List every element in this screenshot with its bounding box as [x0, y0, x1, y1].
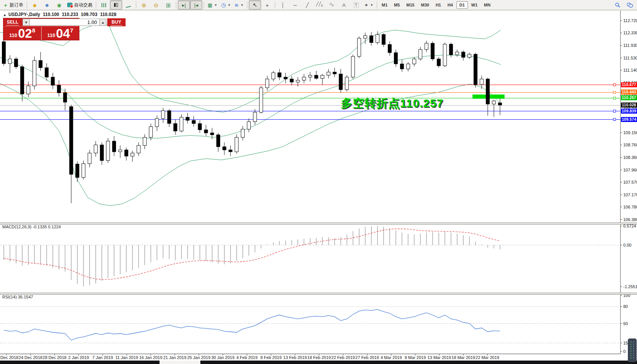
chart-ohlc-title: ▲USDJPY-,Daily110.100110.233109.703110.0…: [3, 12, 116, 17]
x-axis-date: 13 Feb 2019: [283, 355, 307, 360]
volume-input[interactable]: [30, 19, 99, 26]
candle: [112, 136, 116, 156]
fibonacci-icon: ≡F: [330, 2, 334, 8]
mt4-terminal-window: ＋ 新订单 ◆ ☻ ◉ 自动交易 ⊕ ⊖: [0, 0, 637, 364]
toolbar-separator: [27, 2, 27, 9]
timeframe-m5[interactable]: M5: [391, 1, 403, 9]
macd-panel-splitter[interactable]: [0, 223, 637, 224]
cursor-button[interactable]: ↖: [249, 0, 261, 10]
line-end-marker[interactable]: [613, 119, 616, 121]
buy-button[interactable]: BUY: [107, 18, 126, 26]
candle: [229, 146, 232, 156]
rsi-axis-tick: 0: [623, 349, 626, 354]
x-axis-date: 22 Feb 2019: [331, 355, 355, 360]
equidistant-channel-button[interactable]: ╱╱E: [313, 0, 326, 10]
arrows-icon: ✦: [364, 3, 368, 8]
y-axis-tick: 111.140: [623, 68, 637, 72]
x-axis-date: 21 Jan 2019: [163, 355, 187, 360]
community-button[interactable]: ☻: [41, 0, 53, 10]
trendline-icon: ╱: [306, 3, 309, 8]
candle: [468, 53, 471, 59]
shift-chart-icon: ▸|: [182, 3, 186, 8]
tile-windows-button[interactable]: ⊞: [162, 0, 174, 10]
chart-canvas[interactable]: [0, 0, 637, 364]
rsi-axis-tick: 50: [623, 321, 628, 326]
text-button[interactable]: A: [338, 0, 350, 10]
search-button[interactable]: [611, 0, 624, 10]
timeframe-m30[interactable]: M30: [418, 1, 432, 9]
candle: [486, 78, 489, 116]
chevron-down-icon: ▼: [370, 3, 373, 7]
line-end-marker[interactable]: [613, 110, 616, 112]
buy-price[interactable]: 110 04 7: [42, 27, 79, 40]
new-order-button[interactable]: ＋ 新订单: [1, 0, 25, 10]
timeframe-h1[interactable]: H1: [432, 1, 444, 9]
chart-annotation-text[interactable]: 多空转折点110.257: [341, 96, 443, 111]
candle: [198, 120, 202, 133]
chevron-down-icon: ▼: [227, 3, 231, 7]
sell-button[interactable]: SELL: [3, 18, 22, 26]
rsi-panel-splitter[interactable]: [0, 293, 637, 295]
zoom-in-button[interactable]: ⊕: [138, 0, 150, 10]
taskbar-active-segment[interactable]: [160, 361, 200, 364]
x-axis-date: 4 Feb 2019: [236, 355, 258, 360]
candle: [431, 42, 434, 61]
line-end-marker[interactable]: [613, 84, 616, 86]
new-chart-button[interactable]: ▦▼: [206, 0, 219, 10]
trendline-button[interactable]: ╱: [301, 0, 313, 10]
bar-chart-icon: [102, 3, 106, 7]
candle: [284, 73, 287, 83]
signals-button[interactable]: ◉: [53, 0, 65, 10]
vertical-line-icon: │: [281, 3, 284, 8]
auto-trading-button[interactable]: 自动交易: [65, 0, 94, 10]
line-chart-button[interactable]: [122, 0, 134, 10]
candle: [308, 72, 312, 82]
macd-axis-tick: -1.2551: [623, 284, 637, 289]
line-end-marker[interactable]: [613, 91, 616, 94]
timeframe-h4[interactable]: H4: [444, 1, 456, 9]
candle: [388, 42, 392, 56]
candle: [443, 43, 447, 67]
taskbar[interactable]: [0, 361, 637, 364]
candle: [82, 160, 85, 180]
volume-decrease-button[interactable]: ▼: [23, 19, 30, 26]
vertical-line-button[interactable]: │: [277, 0, 289, 10]
market-button[interactable]: ◆: [29, 0, 41, 10]
x-axis-date: 27 Feb 2019: [355, 355, 379, 360]
auto-scroll-button[interactable]: |◂: [190, 0, 202, 10]
timeframe-d1[interactable]: D1: [456, 1, 468, 9]
candle: [21, 64, 24, 101]
tile-windows-icon: ⊞: [166, 3, 171, 8]
x-axis-date: 13 Mar 2019: [427, 355, 451, 360]
timeframe-mn[interactable]: MN: [481, 1, 493, 9]
line-chart-icon: [126, 2, 131, 8]
crosshair-icon: +: [266, 3, 269, 8]
x-axis-date: 28 Dec 2018: [43, 355, 66, 360]
text-label-button[interactable]: T: [350, 0, 362, 10]
candle: [302, 74, 306, 83]
line-end-marker[interactable]: [613, 97, 616, 99]
timeframe-m1[interactable]: M1: [379, 1, 390, 9]
arrows-button[interactable]: ✦▼: [362, 0, 375, 10]
horizontal-line-button[interactable]: ─: [289, 0, 301, 10]
candle: [223, 143, 226, 155]
timeframe-w1[interactable]: W1: [468, 1, 481, 9]
volume-increase-button[interactable]: ▲: [99, 19, 106, 26]
search-icon: [615, 2, 621, 8]
bar-chart-button[interactable]: [98, 0, 110, 10]
macd-axis-tick: 0.00: [623, 243, 631, 247]
indicators-button[interactable]: ≋▼: [232, 0, 245, 10]
periods-button[interactable]: ◷▼: [219, 0, 232, 10]
chat-button[interactable]: [624, 0, 636, 10]
collapse-panel-icon[interactable]: ▲: [3, 13, 6, 17]
candlestick-chart-button[interactable]: [110, 0, 122, 10]
price-tag-110.443: 110.443: [621, 90, 637, 95]
timeframe-m15[interactable]: M15: [403, 1, 418, 9]
fibonacci-button[interactable]: ≡F: [326, 0, 338, 10]
zoom-out-button[interactable]: ⊖: [150, 0, 162, 10]
sell-price[interactable]: 110 02 8: [3, 27, 42, 40]
corner-overlay-widget[interactable]: [628, 338, 637, 362]
x-axis-date: 8 Mar 2019: [405, 355, 426, 360]
shift-chart-button[interactable]: ▸|: [178, 0, 190, 10]
crosshair-button[interactable]: +: [261, 0, 273, 10]
